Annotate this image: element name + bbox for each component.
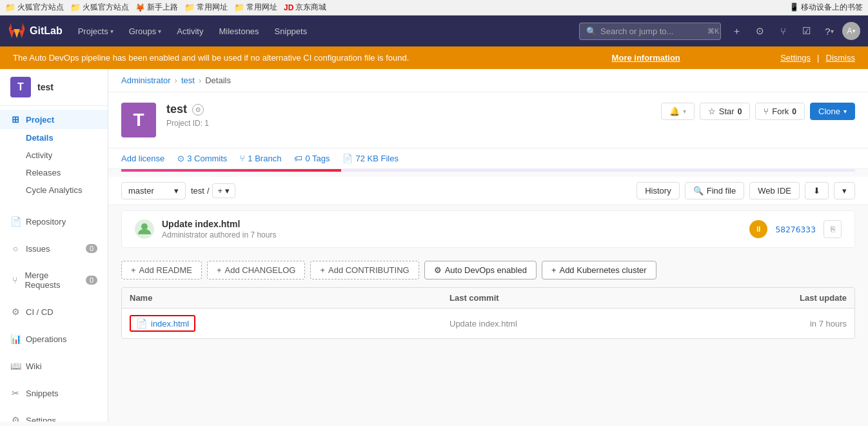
add-readme-btn[interactable]: + Add README — [121, 261, 202, 279]
file-name-cell: 📄 index.html — [130, 315, 449, 332]
find-file-btn[interactable]: 🔍 Find file — [685, 182, 745, 199]
nav-milestones[interactable]: Milestones — [213, 24, 264, 39]
find-file-label: Find file — [707, 186, 736, 196]
sidebar-item-snippets[interactable]: ✂ Snippets — [0, 383, 108, 403]
banner-more-info-link[interactable]: More information — [612, 53, 680, 63]
user-avatar[interactable]: A▾ — [842, 22, 860, 40]
sidebar-item-wiki[interactable]: 📖 Wiki — [0, 356, 108, 376]
clone-label: Clone — [818, 107, 840, 116]
sidebar-item-merge-requests[interactable]: ⑂ Merge Requests 0 — [0, 266, 108, 294]
web-ide-btn[interactable]: Web IDE — [749, 182, 800, 199]
pipeline-status-btn[interactable]: ⏸ — [749, 220, 767, 238]
nav-icons: ＋ ⊙ ⑂ ☑ ?▾ A▾ — [726, 21, 860, 41]
add-changelog-btn[interactable]: + Add CHANGELOG — [207, 261, 305, 279]
fork-label: Fork — [772, 107, 789, 116]
fork-btn[interactable]: ⑂ Fork 0 — [755, 103, 805, 120]
path-dropdown-icon: ▾ — [225, 186, 230, 196]
wiki-icon: 📖 — [10, 361, 21, 371]
path-add-btn[interactable]: + ▾ — [212, 183, 236, 198]
breadcrumb-test-link[interactable]: test — [181, 76, 195, 85]
notifications-btn[interactable]: 🔔 ▾ — [661, 103, 695, 120]
svg-point-0 — [141, 223, 148, 230]
bookmark-2[interactable]: 📁 火狐官方站点 — [70, 2, 129, 13]
banner-dismiss-link[interactable]: Dismiss — [826, 53, 856, 63]
tag-icon: 🏷 — [294, 154, 302, 163]
new-item-btn[interactable]: ＋ — [726, 21, 747, 41]
bookmarks-bar: 📁 火狐官方站点 📁 火狐官方站点 🦊 新手上路 📁 常用网址 📁 常用网址 J… — [0, 0, 868, 15]
mobile-bookmarks[interactable]: 📱 移动设备上的书签 — [789, 2, 863, 13]
sidebar-label-cicd: CI / CD — [26, 307, 54, 317]
search-icon: 🔍 — [586, 26, 597, 36]
branch-select[interactable]: master ▾ — [121, 182, 186, 199]
clone-btn[interactable]: Clone ▾ — [810, 103, 855, 120]
project-name: test — [166, 103, 187, 116]
bookmark-4[interactable]: 📁 常用网址 — [184, 2, 228, 13]
bookmark-1[interactable]: 📁 火狐官方站点 — [5, 2, 64, 13]
file-name-link[interactable]: index.html — [151, 319, 189, 329]
sidebar-project-name: test — [37, 82, 54, 92]
add-license-link[interactable]: Add license — [121, 154, 164, 163]
files-link[interactable]: 📄 72 KB Files — [342, 154, 398, 163]
tags-link[interactable]: 🏷 0 Tags — [294, 154, 330, 163]
plus-icon: + — [320, 265, 325, 275]
files-icon: 📄 — [342, 154, 353, 163]
nav-logo[interactable]: GitLab — [8, 22, 63, 40]
col-update: Last update — [769, 293, 847, 303]
sidebar-issues-section: ○ Issues 0 — [0, 235, 108, 262]
sidebar-item-repository[interactable]: 📄 Repository — [0, 212, 108, 231]
gitlab-brand-label: GitLab — [30, 25, 63, 37]
copy-hash-btn[interactable]: ⎘ — [824, 220, 842, 238]
sidebar-item-releases[interactable]: Releases — [0, 164, 108, 181]
issues-btn[interactable]: ⊙ — [749, 21, 770, 41]
sidebar-item-operations[interactable]: 📊 Operations — [0, 329, 108, 349]
sidebar-item-details[interactable]: Details — [0, 129, 108, 147]
more-options-btn[interactable]: ▾ — [834, 182, 855, 199]
search-input[interactable] — [600, 26, 704, 36]
branch-link[interactable]: ⑂ 1 Branch — [240, 154, 281, 163]
star-btn[interactable]: ☆ Star 0 — [700, 103, 751, 120]
add-kubernetes-btn[interactable]: + Add Kubernetes cluster — [542, 261, 656, 279]
merge-requests-badge: 0 — [86, 276, 97, 285]
nav-snippets[interactable]: Snippets — [270, 24, 313, 39]
auto-devops-btn[interactable]: ⚙ Auto DevOps enabled — [424, 261, 537, 279]
download-btn[interactable]: ⬇ — [805, 182, 829, 199]
sidebar-repo-section: 📄 Repository — [0, 208, 108, 235]
bookmark-6[interactable]: JD 京东商城 — [284, 2, 326, 13]
sidebar-item-issues[interactable]: ○ Issues 0 — [0, 239, 108, 258]
merge-requests-btn[interactable]: ⑂ — [773, 21, 793, 41]
path-separator: / — [207, 186, 210, 196]
sidebar-item-settings[interactable]: ⚙ Settings — [0, 411, 108, 421]
merge-requests-icon: ⑂ — [10, 275, 19, 285]
history-btn[interactable]: History — [636, 182, 679, 199]
search-box[interactable]: 🔍 ⌘K — [579, 23, 721, 40]
help-btn[interactable]: ?▾ — [819, 21, 840, 41]
issues-badge: 0 — [86, 244, 97, 253]
sidebar-item-cicd[interactable]: ⚙ CI / CD — [0, 302, 108, 321]
bookmark-5[interactable]: 📁 常用网址 — [234, 2, 277, 13]
star-label: Star — [719, 107, 735, 116]
main-content: Administrator › test › Details T test ⊙ … — [108, 69, 868, 421]
commit-hash[interactable]: 58276333 — [775, 225, 816, 234]
todos-btn[interactable]: ☑ — [796, 21, 816, 41]
project-icon: ⊞ — [10, 114, 21, 125]
breadcrumb-admin-link[interactable]: Administrator — [121, 76, 171, 85]
banner-settings-link[interactable]: Settings — [780, 53, 811, 63]
table-row: 📄 index.html Update index.html in 7 hour… — [122, 309, 854, 338]
sidebar-item-cycle-analytics[interactable]: Cycle Analytics — [0, 181, 108, 199]
add-contributing-btn[interactable]: + Add CONTRIBUTING — [310, 261, 419, 279]
nav-groups[interactable]: Groups ▾ — [124, 24, 167, 39]
sidebar-item-activity[interactable]: Activity — [0, 147, 108, 164]
sidebar-project-header[interactable]: T test — [0, 69, 108, 106]
nav-projects[interactable]: Projects ▾ — [73, 24, 119, 39]
sidebar-label-project: Project — [26, 115, 54, 125]
commit-meta: Administrator authored in 7 hours — [162, 230, 742, 239]
sidebar-label-wiki: Wiki — [26, 361, 42, 371]
bookmark-3[interactable]: 🦊 新手上路 — [135, 2, 178, 13]
breadcrumb-current: Details — [205, 76, 231, 85]
commits-link[interactable]: ⊙ 3 Commits — [177, 154, 227, 163]
sidebar-label-settings: Settings — [26, 416, 56, 422]
nav-activity[interactable]: Activity — [172, 24, 208, 39]
sidebar-item-project[interactable]: ⊞ Project — [0, 110, 108, 129]
stats-bar: Add license ⊙ 3 Commits ⑂ 1 Branch 🏷 0 T… — [108, 148, 868, 169]
repository-icon: 📄 — [10, 216, 21, 227]
